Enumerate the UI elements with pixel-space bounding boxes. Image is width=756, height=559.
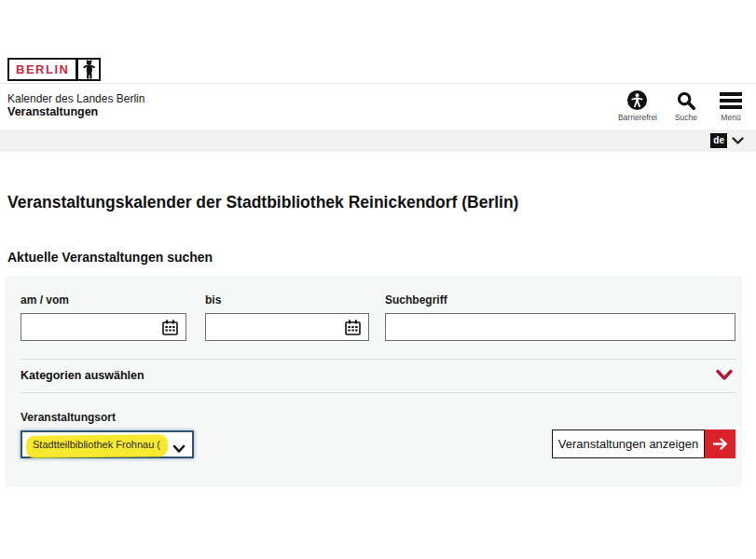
venue-selected-option: Stadtteilbibliothek Frohnau (	[33, 439, 160, 450]
keyword-input[interactable]	[386, 314, 735, 340]
berlin-bear-icon	[77, 58, 101, 81]
date-from-field	[21, 313, 186, 341]
page: BERLIN Kalender des Landes Berlin V	[0, 0, 756, 559]
site-titles: Kalender des Landes Berlin Veranstaltung…	[7, 92, 144, 118]
keyword-field	[385, 313, 735, 341]
show-events-button-label: Veranstaltungen anzeigen	[552, 429, 705, 458]
date-from-input[interactable]	[21, 314, 186, 340]
berlin-logo-text-box: BERLIN	[7, 58, 77, 81]
menu-label: Menü	[721, 113, 740, 122]
accessibility-button[interactable]: Barrierefrei	[618, 89, 657, 122]
search-icon	[676, 89, 696, 112]
berlin-logo-text: BERLIN	[16, 62, 69, 76]
accessibility-label: Barrierefrei	[618, 113, 657, 122]
language-badge[interactable]: de	[710, 133, 727, 148]
menu-button[interactable]: Menü	[715, 89, 747, 122]
date-to-field	[205, 313, 369, 341]
categories-toggle[interactable]: Kategorien auswählen	[5, 360, 742, 392]
section-title: Aktuelle Veranstaltungen suchen	[7, 250, 213, 265]
language-bar: de	[0, 130, 756, 152]
accessibility-icon	[626, 89, 648, 112]
language-chevron-down-icon[interactable]	[732, 137, 744, 145]
calendar-icon[interactable]	[345, 320, 361, 339]
site-title-link[interactable]: Veranstaltungen	[7, 105, 144, 118]
search-panel: am / vom bis Suchbegriff	[5, 276, 742, 487]
date-from-label: am / vom	[21, 293, 69, 307]
calendar-icon[interactable]	[162, 320, 178, 339]
header-nav: Barrierefrei Suche Menü	[618, 89, 747, 122]
keyword-label: Suchbegriff	[385, 293, 447, 307]
venue-label: Veranstaltungsort	[21, 411, 116, 424]
show-events-button[interactable]: Veranstaltungen anzeigen	[552, 429, 735, 458]
categories-chevron-down-icon	[716, 368, 733, 385]
date-to-label: bis	[205, 293, 221, 307]
select-chevron-down-icon	[172, 441, 186, 457]
search-label: Suche	[675, 113, 697, 122]
site-subtitle: Kalender des Landes Berlin	[7, 92, 144, 105]
arrow-right-icon	[705, 429, 735, 458]
menu-icon	[720, 89, 742, 112]
berlin-logo[interactable]: BERLIN	[7, 58, 101, 81]
venue-select[interactable]: Stadtteilbibliothek Frohnau (	[21, 430, 194, 458]
search-button[interactable]: Suche	[670, 89, 702, 122]
categories-toggle-label: Kategorien auswählen	[21, 369, 144, 382]
header-divider	[0, 83, 756, 84]
date-to-input[interactable]	[206, 314, 368, 340]
divider	[21, 392, 735, 393]
page-title: Veranstaltungskalender der Stadtbiblioth…	[7, 193, 518, 212]
